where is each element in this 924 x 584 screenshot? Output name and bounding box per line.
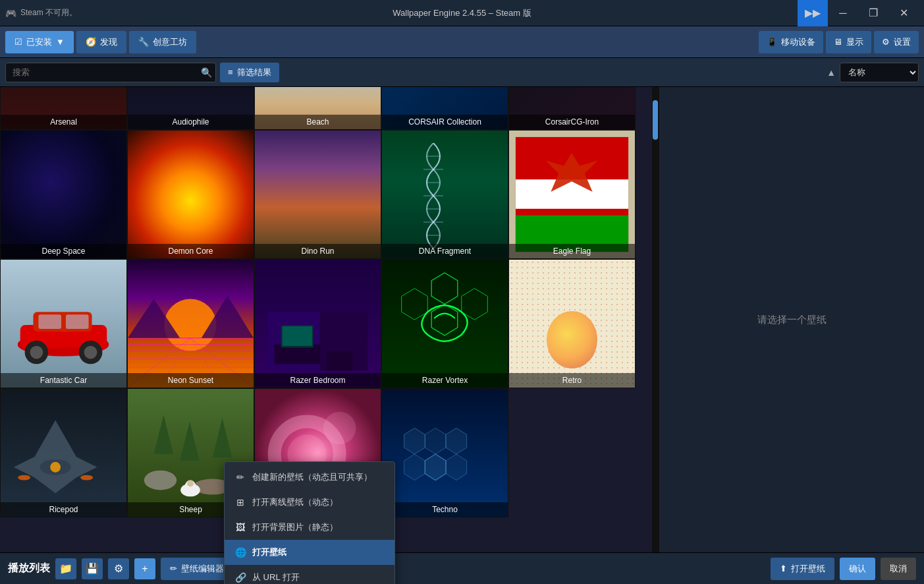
- cancel-label: 取消: [890, 563, 907, 575]
- svg-rect-16: [38, 314, 61, 329]
- ctx-open-offline[interactable]: ⊞ 打开离线壁纸（动态）: [225, 490, 394, 515]
- playlist-save-button[interactable]: 💾: [82, 558, 103, 579]
- context-menu: ✏ 创建新的壁纸（动态且可共享） ⊞ 打开离线壁纸（动态） 🖼 打开背景图片（静…: [224, 461, 395, 584]
- playlist-folder-button[interactable]: 📁: [55, 558, 76, 579]
- playlist-settings-button[interactable]: ⚙: [108, 558, 129, 579]
- display-button[interactable]: 🖥 显示: [826, 31, 871, 53]
- playlist-label: 播放列表: [8, 562, 50, 575]
- open-wallpaper-button[interactable]: ⬆ 打开壁纸: [771, 558, 834, 580]
- wallpaper-item-audiophile[interactable]: Audiophile: [127, 87, 254, 130]
- wallpaper-item-beach[interactable]: Beach: [254, 87, 381, 130]
- wallpaper-label-corsair: CORSAIR Collection: [382, 115, 508, 129]
- sort-direction-button[interactable]: ▲: [827, 67, 836, 78]
- svg-point-66: [323, 412, 356, 444]
- discover-icon: 🧭: [86, 37, 96, 47]
- display-label: 显示: [846, 36, 863, 48]
- close-button[interactable]: ✕: [888, 0, 919, 26]
- filter-button[interactable]: ≡ 筛选结果: [220, 63, 279, 82]
- partial-row: Arsenal Audiophile Beach CORSAIR Collect…: [0, 87, 652, 130]
- filter-label: 筛选结果: [237, 67, 271, 78]
- ctx-open-wallpaper[interactable]: 🌐 打开壁纸: [225, 540, 394, 565]
- titlebar: 🎮 Steam 不可用。 Wallpaper Engine 2.4.55 – S…: [0, 0, 924, 26]
- mobile-label: 移动设备: [781, 36, 815, 48]
- scrollbar[interactable]: [652, 87, 659, 552]
- ctx-bg-icon: 🖼: [235, 522, 246, 533]
- editor-button[interactable]: ✏ 壁纸编辑器: [161, 558, 233, 580]
- settings-button[interactable]: ⚙ 设置: [874, 31, 919, 53]
- wallpaper-item-corsaircg[interactable]: CorsairCG-Iron: [508, 87, 636, 130]
- toolbar: ☑ 已安装 ▼ 🧭 发现 🔧 创意工坊 📱 移动设备 🖥 显示 ⚙ 设置: [0, 26, 924, 58]
- search-wrap: 🔍: [5, 63, 216, 82]
- svg-point-19: [30, 346, 43, 359]
- wallpaper-item-deep-space[interactable]: Deep Space: [0, 130, 127, 259]
- fast-forward-button[interactable]: ▶▶: [798, 0, 828, 26]
- wallpaper-item-arsenal[interactable]: Arsenal: [0, 87, 127, 130]
- ctx-open-bg[interactable]: 🖼 打开背景图片（静态）: [225, 515, 394, 540]
- main-content: Arsenal Audiophile Beach CORSAIR Collect…: [0, 87, 924, 552]
- settings-label: 设置: [894, 36, 911, 48]
- svg-point-53: [80, 475, 93, 481]
- filter-icon: ≡: [228, 67, 233, 77]
- steam-status: Steam 不可用。: [20, 7, 77, 18]
- svg-rect-17: [66, 314, 89, 329]
- wallpaper-label-ricepod: Ricepod: [1, 502, 126, 517]
- wallpaper-item-razer-vortex[interactable]: Razer Vortex: [381, 259, 508, 388]
- wallpaper-item-dino-run[interactable]: Dino Run: [254, 130, 381, 259]
- wallpaper-label-deep-space: Deep Space: [1, 244, 126, 258]
- grid-row-2: Fantastic Car: [0, 259, 652, 388]
- wallpaper-label-dna: DNA Fragment: [382, 244, 508, 258]
- workshop-button[interactable]: 🔧 创意工坊: [129, 31, 196, 53]
- wallpaper-item-techno[interactable]: Techno: [381, 388, 508, 517]
- ctx-create-label: 创建新的壁纸（动态且可共享）: [252, 471, 372, 483]
- wallpaper-label-corsaircg: CorsairCG-Iron: [509, 115, 635, 129]
- discover-button[interactable]: 🧭 发现: [76, 31, 126, 53]
- wallpaper-label-retro: Retro: [509, 373, 635, 388]
- wallpaper-label-eagle-flag: Eagle Flag: [509, 244, 635, 258]
- ctx-open-url[interactable]: 🔗 从 URL 打开: [225, 565, 394, 584]
- svg-rect-9: [516, 179, 628, 209]
- wallpaper-item-corsair[interactable]: CORSAIR Collection: [381, 87, 508, 130]
- ctx-url-label: 从 URL 打开: [252, 571, 300, 583]
- confirm-button[interactable]: 确认: [840, 558, 875, 580]
- installed-button[interactable]: ☑ 已安装 ▼: [5, 31, 74, 53]
- wallpaper-label-neon-sunset: Neon Sunset: [128, 373, 254, 388]
- sort-select[interactable]: 名称: [840, 63, 919, 82]
- installed-dropdown-icon: ▼: [56, 37, 65, 47]
- wallpaper-item-demon-core[interactable]: Demon Core: [127, 130, 254, 259]
- cancel-button[interactable]: 取消: [881, 558, 916, 580]
- ctx-offline-label: 打开离线壁纸（动态）: [252, 496, 338, 508]
- scrollbar-thumb[interactable]: [653, 100, 658, 140]
- wallpaper-item-razer-bedroom[interactable]: Razer Bedroom: [254, 259, 381, 388]
- installed-icon: ☑: [14, 37, 22, 47]
- svg-rect-41: [327, 351, 353, 371]
- search-icon-button[interactable]: 🔍: [201, 67, 212, 78]
- grid-row-1: Deep Space Demon Core Dino Run: [0, 130, 652, 259]
- svg-point-52: [18, 475, 30, 481]
- ctx-open-label: 打开壁纸: [252, 546, 286, 558]
- right-panel: 请选择一个壁纸: [659, 87, 924, 552]
- wallpaper-label-dino-run: Dino Run: [255, 244, 381, 258]
- svg-rect-47: [509, 260, 635, 388]
- wallpaper-label-beach: Beach: [255, 115, 381, 129]
- titlebar-title: Wallpaper Engine 2.4.55 – Steam 版: [393, 7, 531, 19]
- wallpaper-item-fantastic-car[interactable]: Fantastic Car: [0, 259, 127, 388]
- mobile-button[interactable]: 📱 移动设备: [759, 31, 823, 53]
- restore-button[interactable]: ❐: [858, 0, 888, 26]
- wallpaper-item-neon-sunset[interactable]: Neon Sunset: [127, 259, 254, 388]
- wallpaper-item-eagle-flag[interactable]: Eagle Flag: [508, 130, 636, 259]
- titlebar-left: 🎮 Steam 不可用。: [5, 7, 77, 18]
- ctx-bg-label: 打开背景图片（静态）: [252, 521, 338, 533]
- toolbar-right: 📱 移动设备 🖥 显示 ⚙ 设置: [759, 31, 919, 53]
- ctx-url-icon: 🔗: [235, 572, 246, 583]
- playlist-add-button[interactable]: +: [134, 558, 155, 579]
- wallpaper-label-razer-bedroom: Razer Bedroom: [255, 373, 381, 388]
- ctx-open-icon: 🌐: [235, 547, 246, 558]
- search-input[interactable]: [5, 63, 216, 82]
- wallpaper-item-dna[interactable]: DNA Fragment: [381, 130, 508, 259]
- ctx-create-new[interactable]: ✏ 创建新的壁纸（动态且可共享）: [225, 465, 394, 490]
- wallpaper-item-ricepod[interactable]: Ricepod: [0, 388, 127, 517]
- svg-point-51: [50, 462, 61, 473]
- minimize-button[interactable]: ─: [828, 0, 858, 26]
- wallpaper-label-techno: Techno: [382, 502, 508, 517]
- wallpaper-item-retro[interactable]: Retro: [508, 259, 636, 388]
